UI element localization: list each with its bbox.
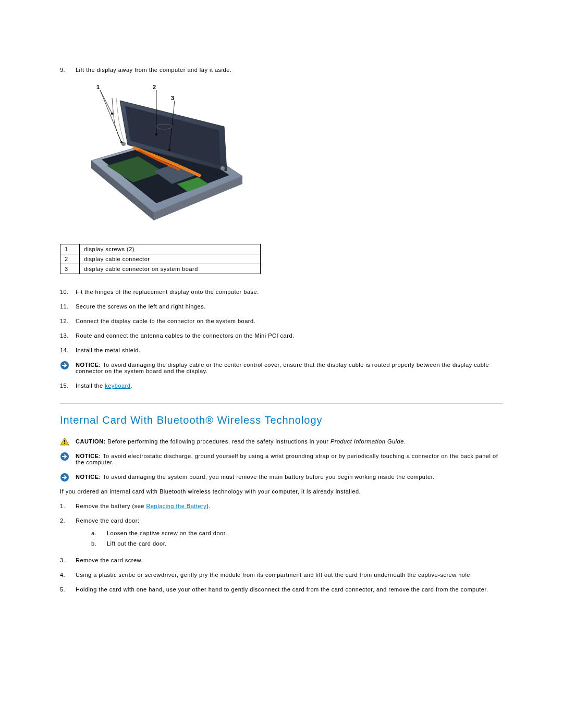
step-text: Remove the card screw. xyxy=(76,557,143,563)
bt-step-5: 5. Holding the card with one hand, use y… xyxy=(60,582,503,597)
step-text: Secure the screws on the left and right … xyxy=(76,303,206,310)
notice-label: NOTICE: xyxy=(76,362,101,368)
sub-letter: b. xyxy=(91,540,96,547)
step-number: 3. xyxy=(60,557,65,563)
step-10: 10. Fit the hinges of the replacement di… xyxy=(60,285,503,299)
sub-text: Loosen the captive screw on the card doo… xyxy=(107,530,227,536)
step-number: 2. xyxy=(60,517,65,524)
notice-label: NOTICE: xyxy=(76,474,101,480)
caution-icon: ! xyxy=(60,437,69,446)
caution-label: CAUTION: xyxy=(76,438,106,445)
step-text-suffix: ). xyxy=(206,503,211,509)
notice-esd: NOTICE: To avoid electrostatic discharge… xyxy=(60,449,503,470)
step-text: Lift the display away from the computer … xyxy=(76,67,231,73)
step-13: 13. Route and connect the antenna cables… xyxy=(60,328,503,343)
diagram-legend-table: 1 display screws (2) 2 display cable con… xyxy=(60,244,261,274)
step-number: 12. xyxy=(60,318,69,324)
replacing-battery-link[interactable]: Replacing the Battery xyxy=(146,503,207,509)
legend-text: display cable connector on system board xyxy=(80,264,261,274)
legend-row: 3 display cable connector on system boar… xyxy=(60,264,261,274)
notice-icon xyxy=(60,473,69,482)
step-number: 9. xyxy=(60,67,65,73)
bt-step-2: 2. Remove the card door: a. Loosen the c… xyxy=(60,513,503,553)
bt-step-3: 3. Remove the card screw. xyxy=(60,553,503,567)
step-text: Connect the display cable to the connect… xyxy=(76,318,255,324)
bt-step-2a: a. Loosen the captive screw on the card … xyxy=(91,528,503,538)
legend-row: 2 display cable connector xyxy=(60,254,261,264)
step-number: 5. xyxy=(60,586,65,593)
legend-text: display screws (2) xyxy=(80,244,261,254)
notice-label: NOTICE: xyxy=(76,453,101,459)
step-15: 15. Install the keyboard. xyxy=(60,378,503,393)
bluetooth-section-heading: Internal Card With Bluetooth® Wireless T… xyxy=(60,414,503,426)
step-text: Fit the hinges of the replacement displa… xyxy=(76,289,259,295)
svg-point-16 xyxy=(155,133,157,135)
notice-display-cable: NOTICE: To avoid damaging the display ca… xyxy=(60,357,503,378)
svg-text:!: ! xyxy=(64,439,66,445)
step-text: Holding the card with one hand, use your… xyxy=(76,586,488,593)
step-text-suffix: . xyxy=(130,382,132,389)
step-number: 1. xyxy=(60,503,65,509)
notice-icon xyxy=(60,361,69,370)
laptop-diagram-svg xyxy=(86,82,248,233)
step-text: Using a plastic scribe or screwdriver, g… xyxy=(76,572,472,578)
sub-letter: a. xyxy=(91,530,96,536)
legend-num: 2 xyxy=(60,254,80,264)
legend-text: display cable connector xyxy=(80,254,261,264)
callout-2: 2 xyxy=(153,84,156,90)
bt-step-2b: b. Lift out the card door. xyxy=(91,538,503,549)
keyboard-link[interactable]: keyboard xyxy=(105,382,130,389)
section-divider xyxy=(60,403,503,404)
legend-num: 1 xyxy=(60,244,80,254)
step-number: 14. xyxy=(60,347,69,353)
callout-1: 1 xyxy=(96,84,100,90)
step-number: 4. xyxy=(60,572,65,578)
step-number: 15. xyxy=(60,382,69,389)
notice-text: To avoid damaging the system board, you … xyxy=(101,474,435,480)
step-14: 14. Install the metal shield. xyxy=(60,343,503,357)
notice-text: To avoid electrostatic discharge, ground… xyxy=(76,453,498,465)
step-text: Install the metal shield. xyxy=(76,347,140,353)
step-11: 11. Secure the screws on the left and ri… xyxy=(60,299,503,314)
caution-text-prefix: Before performing the following procedur… xyxy=(106,438,331,445)
step-text: Route and connect the antenna cables to … xyxy=(76,332,295,339)
svg-point-18 xyxy=(168,149,170,151)
step-text: Remove the card door: xyxy=(76,517,139,524)
step-12: 12. Connect the display cable to the con… xyxy=(60,314,503,328)
step-number: 10. xyxy=(60,289,69,295)
step-9: 9. Lift the display away from the comput… xyxy=(60,63,503,77)
notice-text: To avoid damaging the display cable or t… xyxy=(76,362,489,374)
bt-step-1: 1. Remove the battery (see Replacing the… xyxy=(60,499,503,513)
caution-text-italic: Product Information Guide xyxy=(331,438,404,445)
legend-num: 3 xyxy=(60,264,80,274)
svg-point-14 xyxy=(120,141,123,143)
step-number: 11. xyxy=(60,303,69,310)
caution-text-suffix: . xyxy=(404,438,406,445)
step-text-prefix: Install the xyxy=(76,382,105,389)
sub-text: Lift out the card door. xyxy=(107,540,167,547)
notice-icon xyxy=(60,452,69,461)
step-number: 13. xyxy=(60,332,69,339)
notice-battery: NOTICE: To avoid damaging the system boa… xyxy=(60,470,503,484)
callout-3: 3 xyxy=(171,95,175,101)
bt-step-4: 4. Using a plastic scribe or screwdriver… xyxy=(60,567,503,582)
caution-block: ! CAUTION: Before performing the followi… xyxy=(60,434,503,449)
svg-point-10 xyxy=(221,166,225,170)
step-text-prefix: Remove the battery (see xyxy=(76,503,146,509)
svg-line-11 xyxy=(100,90,112,114)
legend-row: 1 display screws (2) xyxy=(60,244,261,254)
svg-point-12 xyxy=(111,113,113,115)
bluetooth-intro: If you ordered an internal card with Blu… xyxy=(60,484,503,499)
display-diagram: 1 2 3 xyxy=(86,82,248,233)
